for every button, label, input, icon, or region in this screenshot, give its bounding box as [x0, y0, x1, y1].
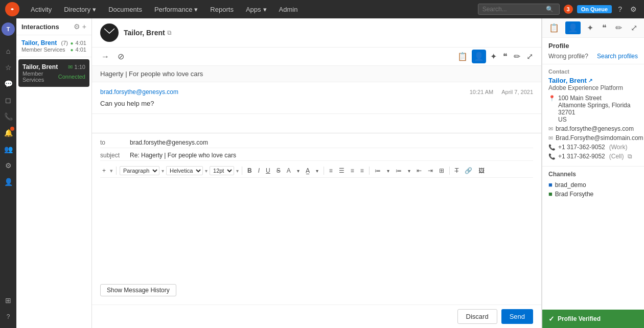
et-align-center[interactable]: ☰ [337, 166, 347, 175]
et-bold-button[interactable]: B [245, 166, 254, 175]
sidebar-item-home[interactable]: ⌂ [1, 44, 15, 58]
tab-expand[interactable]: ⤢ [628, 21, 640, 34]
et-strikethrough-button[interactable]: S [274, 166, 283, 175]
nav-documents[interactable]: Documents [103, 4, 147, 15]
reply-button[interactable]: → [98, 51, 112, 63]
et-format-arrow[interactable]: ▾ [162, 168, 164, 174]
et-underline-button[interactable]: U [264, 166, 272, 175]
address-line1: 100 Main Street [558, 95, 638, 102]
send-button[interactable]: Send [501, 309, 533, 324]
queue-status-badge[interactable]: On Queue [577, 5, 612, 13]
interaction-list-item[interactable]: Tailor, Brent (7) ● 4:01 Member Services… [16, 35, 91, 57]
et-size-arrow[interactable]: ▾ [236, 168, 239, 174]
email-editor-body[interactable] [100, 178, 533, 280]
et-fontcolor-arrow[interactable]: ▾ [295, 167, 302, 175]
et-justify[interactable]: ≡ [358, 166, 366, 175]
interaction-contact-name: Tailor, Brent [21, 39, 57, 46]
sidebar-item-phone[interactable]: 📞 [1, 109, 15, 124]
card-channel-icon: ✉ [68, 64, 73, 71]
nav-reports[interactable]: Reports [205, 4, 239, 15]
et-add-button[interactable]: + [100, 166, 108, 175]
et-align-left[interactable]: ≡ [327, 166, 335, 175]
et-format-select[interactable]: Paragraph [120, 166, 159, 175]
user-avatar[interactable]: T [2, 22, 15, 36]
et-highlight-arrow[interactable]: ▾ [314, 167, 320, 175]
profile-tabs: 📋 👤 ✦ ❝ ✏ ⤢ [542, 18, 644, 38]
script-icon[interactable]: 📋 [455, 50, 470, 63]
et-numbered-list[interactable]: ≔ [394, 166, 404, 175]
interaction-time2: 4:01 [76, 46, 86, 53]
nav-activity[interactable]: Activity [26, 4, 57, 15]
contact-email1: brad.forsythe@genesys.com [556, 125, 634, 132]
tab-edit[interactable]: ✏ [613, 21, 625, 34]
et-add-arrow[interactable]: ▾ [110, 168, 113, 174]
nav-directory[interactable]: Directory ▾ [59, 4, 101, 15]
interactions-settings-icon[interactable]: ⚙ [74, 22, 80, 31]
reply-subject-value[interactable]: Re: Hagerty | For people who love cars [130, 152, 236, 159]
search-profiles-link[interactable]: Search profiles [597, 53, 638, 60]
sidebar-item-video[interactable]: ◻ [1, 93, 15, 107]
et-link[interactable]: 🔗 [463, 166, 474, 175]
et-bullet-arrow[interactable]: ▾ [385, 167, 392, 175]
copy-icon[interactable]: ⧉ [167, 29, 172, 36]
et-indent-decrease[interactable]: ⇤ [415, 166, 424, 175]
et-font-arrow[interactable]: ▾ [205, 168, 208, 174]
sidebar-item-favorites[interactable]: ☆ [1, 60, 15, 75]
help-icon[interactable]: ? [616, 4, 624, 14]
expand-icon[interactable]: ⤢ [524, 50, 535, 63]
et-divider5 [449, 167, 450, 175]
et-italic-button[interactable]: I [256, 166, 262, 175]
et-align-right[interactable]: ≡ [349, 166, 356, 175]
edit-icon[interactable]: ✏ [512, 50, 522, 63]
nav-performance[interactable]: Performance ▾ [149, 4, 203, 15]
nav-admin[interactable]: Admin [274, 4, 303, 15]
et-indent-increase[interactable]: ⇥ [426, 166, 435, 175]
et-size-select[interactable]: 12pt [210, 166, 234, 175]
contact-phone-cell: +1 317-362-9052 [558, 153, 605, 160]
external-link-icon: ↗ [588, 78, 592, 83]
sidebar-item-help[interactable]: ? [1, 310, 15, 324]
sidebar-item-chat[interactable]: 💬 [1, 77, 15, 91]
app-logo[interactable] [5, 2, 19, 16]
global-search-box[interactable]: 🔍 [478, 4, 560, 15]
et-table[interactable]: ⊞ [437, 166, 446, 175]
contact-avatar [100, 24, 119, 42]
interactions-header: Interactions ⚙ + [16, 18, 91, 35]
nav-apps[interactable]: Apps ▾ [241, 4, 272, 15]
email-time: 10:21 AM [470, 89, 493, 95]
copy-phone-icon[interactable]: ⧉ [628, 153, 632, 160]
channel2-name: Brad Forsythe [555, 191, 593, 198]
interactions-add-icon[interactable]: + [82, 22, 86, 31]
tab-compass[interactable]: ✦ [584, 21, 596, 34]
et-bullet-list[interactable]: ≔ [373, 166, 383, 175]
discard-button[interactable]: Discard [457, 309, 497, 324]
et-highlight-button[interactable]: A̲ [304, 166, 312, 175]
sidebar-item-grid[interactable]: ⊞ [1, 293, 15, 308]
channel-item-1: ■ brad_demo [548, 181, 638, 189]
notification-badge[interactable]: 3 [564, 5, 573, 14]
tab-script[interactable]: 📋 [546, 21, 562, 34]
interactions-panel: Interactions ⚙ + Tailor, Brent (7) ● 4:0… [16, 18, 92, 328]
sidebar-item-user-manage[interactable]: 👤 [1, 175, 15, 189]
reply-to-value[interactable]: brad.forsythe@genesys.com [130, 139, 208, 146]
quote-icon[interactable]: ❝ [501, 50, 510, 63]
block-button[interactable]: ⊘ [114, 50, 127, 63]
settings-icon[interactable]: ⚙ [628, 4, 639, 14]
et-font-select[interactable]: Helvetica [166, 166, 203, 175]
show-history-button[interactable]: Show Message History [100, 284, 176, 296]
et-image[interactable]: 🖼 [476, 166, 487, 175]
interaction-time1: 4:01 [76, 40, 86, 46]
sidebar-item-notifications[interactable]: 🔔 [1, 126, 15, 140]
sidebar-item-people[interactable]: 👥 [1, 142, 15, 156]
profile-icon[interactable]: 👤 [472, 50, 486, 63]
compass-icon[interactable]: ✦ [488, 50, 499, 63]
et-fontcolor-button[interactable]: A [285, 166, 293, 175]
active-interaction-card[interactable]: Tailor, Brent ✉ 1:10 Member Services Con… [18, 59, 89, 87]
tab-profile[interactable]: 👤 [565, 21, 581, 34]
tab-quotes[interactable]: ❝ [600, 21, 609, 34]
contact-profile-link[interactable]: Tailor, Brent ↗ [548, 77, 638, 84]
et-numbered-arrow[interactable]: ▾ [406, 167, 412, 175]
et-clear-format[interactable]: T̶ [453, 166, 461, 175]
global-search-input[interactable] [482, 6, 544, 13]
sidebar-item-settings[interactable]: ⚙ [1, 158, 15, 173]
